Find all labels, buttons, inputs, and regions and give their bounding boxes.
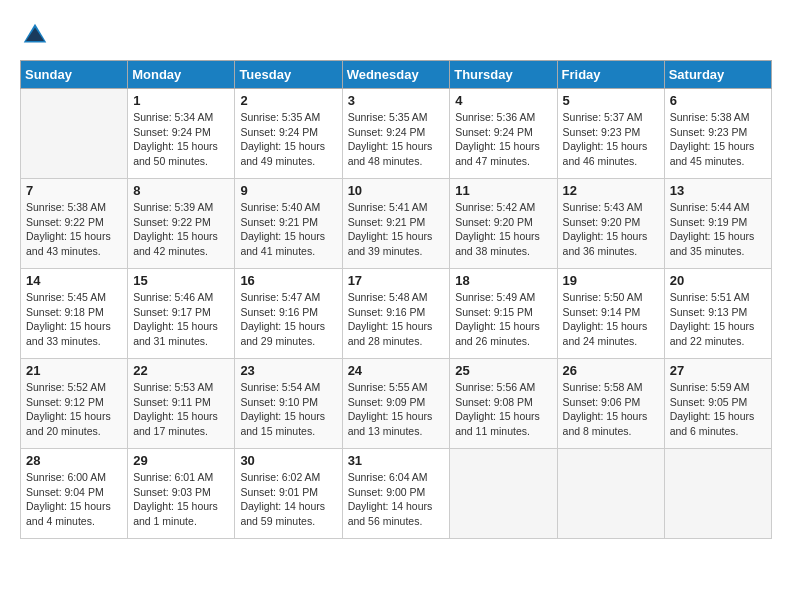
day-number: 5 <box>563 93 659 108</box>
cell-info: Sunrise: 5:43 AMSunset: 9:20 PMDaylight:… <box>563 200 659 259</box>
day-number: 25 <box>455 363 551 378</box>
cell-info: Sunrise: 5:40 AMSunset: 9:21 PMDaylight:… <box>240 200 336 259</box>
day-number: 14 <box>26 273 122 288</box>
cell-info: Sunrise: 5:41 AMSunset: 9:21 PMDaylight:… <box>348 200 445 259</box>
cell-info: Sunrise: 5:48 AMSunset: 9:16 PMDaylight:… <box>348 290 445 349</box>
calendar-table: SundayMondayTuesdayWednesdayThursdayFrid… <box>20 60 772 539</box>
cell-info: Sunrise: 5:35 AMSunset: 9:24 PMDaylight:… <box>348 110 445 169</box>
calendar-cell: 9Sunrise: 5:40 AMSunset: 9:21 PMDaylight… <box>235 179 342 269</box>
cell-info: Sunrise: 5:52 AMSunset: 9:12 PMDaylight:… <box>26 380 122 439</box>
calendar-cell: 14Sunrise: 5:45 AMSunset: 9:18 PMDayligh… <box>21 269 128 359</box>
cell-info: Sunrise: 5:34 AMSunset: 9:24 PMDaylight:… <box>133 110 229 169</box>
calendar-cell: 29Sunrise: 6:01 AMSunset: 9:03 PMDayligh… <box>128 449 235 539</box>
calendar-cell: 12Sunrise: 5:43 AMSunset: 9:20 PMDayligh… <box>557 179 664 269</box>
calendar-cell: 18Sunrise: 5:49 AMSunset: 9:15 PMDayligh… <box>450 269 557 359</box>
calendar-cell: 1Sunrise: 5:34 AMSunset: 9:24 PMDaylight… <box>128 89 235 179</box>
cell-info: Sunrise: 5:35 AMSunset: 9:24 PMDaylight:… <box>240 110 336 169</box>
weekday-header-thursday: Thursday <box>450 61 557 89</box>
weekday-header-saturday: Saturday <box>664 61 771 89</box>
calendar-cell: 3Sunrise: 5:35 AMSunset: 9:24 PMDaylight… <box>342 89 450 179</box>
day-number: 28 <box>26 453 122 468</box>
day-number: 19 <box>563 273 659 288</box>
day-number: 4 <box>455 93 551 108</box>
cell-info: Sunrise: 5:38 AMSunset: 9:23 PMDaylight:… <box>670 110 766 169</box>
calendar-cell: 8Sunrise: 5:39 AMSunset: 9:22 PMDaylight… <box>128 179 235 269</box>
cell-info: Sunrise: 5:55 AMSunset: 9:09 PMDaylight:… <box>348 380 445 439</box>
cell-info: Sunrise: 5:53 AMSunset: 9:11 PMDaylight:… <box>133 380 229 439</box>
logo <box>20 20 54 50</box>
week-row-3: 14Sunrise: 5:45 AMSunset: 9:18 PMDayligh… <box>21 269 772 359</box>
weekday-header-monday: Monday <box>128 61 235 89</box>
cell-info: Sunrise: 5:39 AMSunset: 9:22 PMDaylight:… <box>133 200 229 259</box>
day-number: 6 <box>670 93 766 108</box>
weekday-header-row: SundayMondayTuesdayWednesdayThursdayFrid… <box>21 61 772 89</box>
calendar-cell <box>557 449 664 539</box>
calendar-cell: 2Sunrise: 5:35 AMSunset: 9:24 PMDaylight… <box>235 89 342 179</box>
page-header <box>20 20 772 50</box>
cell-info: Sunrise: 5:42 AMSunset: 9:20 PMDaylight:… <box>455 200 551 259</box>
day-number: 9 <box>240 183 336 198</box>
calendar-cell: 17Sunrise: 5:48 AMSunset: 9:16 PMDayligh… <box>342 269 450 359</box>
logo-icon <box>20 20 50 50</box>
weekday-header-sunday: Sunday <box>21 61 128 89</box>
calendar-cell: 31Sunrise: 6:04 AMSunset: 9:00 PMDayligh… <box>342 449 450 539</box>
day-number: 1 <box>133 93 229 108</box>
cell-info: Sunrise: 6:01 AMSunset: 9:03 PMDaylight:… <box>133 470 229 529</box>
calendar-cell: 25Sunrise: 5:56 AMSunset: 9:08 PMDayligh… <box>450 359 557 449</box>
day-number: 10 <box>348 183 445 198</box>
calendar-cell: 19Sunrise: 5:50 AMSunset: 9:14 PMDayligh… <box>557 269 664 359</box>
weekday-header-wednesday: Wednesday <box>342 61 450 89</box>
week-row-1: 1Sunrise: 5:34 AMSunset: 9:24 PMDaylight… <box>21 89 772 179</box>
cell-info: Sunrise: 5:58 AMSunset: 9:06 PMDaylight:… <box>563 380 659 439</box>
week-row-2: 7Sunrise: 5:38 AMSunset: 9:22 PMDaylight… <box>21 179 772 269</box>
day-number: 8 <box>133 183 229 198</box>
cell-info: Sunrise: 6:04 AMSunset: 9:00 PMDaylight:… <box>348 470 445 529</box>
day-number: 15 <box>133 273 229 288</box>
calendar-cell: 4Sunrise: 5:36 AMSunset: 9:24 PMDaylight… <box>450 89 557 179</box>
cell-info: Sunrise: 5:47 AMSunset: 9:16 PMDaylight:… <box>240 290 336 349</box>
calendar-cell: 28Sunrise: 6:00 AMSunset: 9:04 PMDayligh… <box>21 449 128 539</box>
day-number: 16 <box>240 273 336 288</box>
cell-info: Sunrise: 5:38 AMSunset: 9:22 PMDaylight:… <box>26 200 122 259</box>
cell-info: Sunrise: 5:56 AMSunset: 9:08 PMDaylight:… <box>455 380 551 439</box>
week-row-4: 21Sunrise: 5:52 AMSunset: 9:12 PMDayligh… <box>21 359 772 449</box>
day-number: 21 <box>26 363 122 378</box>
day-number: 18 <box>455 273 551 288</box>
day-number: 17 <box>348 273 445 288</box>
calendar-cell: 26Sunrise: 5:58 AMSunset: 9:06 PMDayligh… <box>557 359 664 449</box>
day-number: 11 <box>455 183 551 198</box>
cell-info: Sunrise: 5:59 AMSunset: 9:05 PMDaylight:… <box>670 380 766 439</box>
week-row-5: 28Sunrise: 6:00 AMSunset: 9:04 PMDayligh… <box>21 449 772 539</box>
cell-info: Sunrise: 5:46 AMSunset: 9:17 PMDaylight:… <box>133 290 229 349</box>
calendar-cell: 6Sunrise: 5:38 AMSunset: 9:23 PMDaylight… <box>664 89 771 179</box>
calendar-cell: 13Sunrise: 5:44 AMSunset: 9:19 PMDayligh… <box>664 179 771 269</box>
calendar-cell <box>21 89 128 179</box>
day-number: 22 <box>133 363 229 378</box>
calendar-cell: 20Sunrise: 5:51 AMSunset: 9:13 PMDayligh… <box>664 269 771 359</box>
calendar-cell: 21Sunrise: 5:52 AMSunset: 9:12 PMDayligh… <box>21 359 128 449</box>
calendar-cell: 15Sunrise: 5:46 AMSunset: 9:17 PMDayligh… <box>128 269 235 359</box>
cell-info: Sunrise: 5:45 AMSunset: 9:18 PMDaylight:… <box>26 290 122 349</box>
cell-info: Sunrise: 5:49 AMSunset: 9:15 PMDaylight:… <box>455 290 551 349</box>
calendar-cell: 24Sunrise: 5:55 AMSunset: 9:09 PMDayligh… <box>342 359 450 449</box>
calendar-cell: 5Sunrise: 5:37 AMSunset: 9:23 PMDaylight… <box>557 89 664 179</box>
cell-info: Sunrise: 5:51 AMSunset: 9:13 PMDaylight:… <box>670 290 766 349</box>
cell-info: Sunrise: 5:54 AMSunset: 9:10 PMDaylight:… <box>240 380 336 439</box>
day-number: 3 <box>348 93 445 108</box>
cell-info: Sunrise: 6:00 AMSunset: 9:04 PMDaylight:… <box>26 470 122 529</box>
calendar-cell: 10Sunrise: 5:41 AMSunset: 9:21 PMDayligh… <box>342 179 450 269</box>
cell-info: Sunrise: 5:44 AMSunset: 9:19 PMDaylight:… <box>670 200 766 259</box>
cell-info: Sunrise: 5:37 AMSunset: 9:23 PMDaylight:… <box>563 110 659 169</box>
day-number: 13 <box>670 183 766 198</box>
weekday-header-tuesday: Tuesday <box>235 61 342 89</box>
day-number: 24 <box>348 363 445 378</box>
calendar-cell: 16Sunrise: 5:47 AMSunset: 9:16 PMDayligh… <box>235 269 342 359</box>
day-number: 27 <box>670 363 766 378</box>
calendar-cell: 23Sunrise: 5:54 AMSunset: 9:10 PMDayligh… <box>235 359 342 449</box>
cell-info: Sunrise: 5:50 AMSunset: 9:14 PMDaylight:… <box>563 290 659 349</box>
day-number: 12 <box>563 183 659 198</box>
calendar-cell: 11Sunrise: 5:42 AMSunset: 9:20 PMDayligh… <box>450 179 557 269</box>
day-number: 31 <box>348 453 445 468</box>
day-number: 7 <box>26 183 122 198</box>
day-number: 26 <box>563 363 659 378</box>
